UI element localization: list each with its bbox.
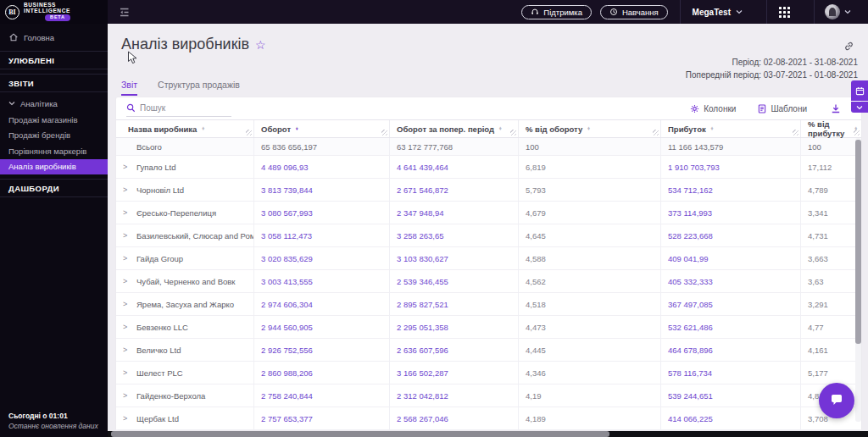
report-tabs: Звіт Структура продажів xyxy=(121,80,240,96)
templates-button[interactable]: Шаблони xyxy=(758,104,807,113)
manufacturer-name: Величко Ltd xyxy=(136,346,181,355)
table-row[interactable]: > Гайденко-Верхола 2 758 240,844 2 312 0… xyxy=(116,384,861,407)
column-resize-handle[interactable] xyxy=(381,130,387,136)
turnover-value: 3 058 112,473 xyxy=(254,224,390,246)
widget-calendar-button[interactable] xyxy=(851,80,868,101)
table-row[interactable]: > Гупало Ltd 4 489 096,93 4 641 439,464 … xyxy=(116,156,861,179)
expand-chevron-icon[interactable]: > xyxy=(123,185,130,194)
column-header[interactable]: Прибуток ▲▼ xyxy=(661,120,801,137)
home-icon xyxy=(8,32,19,42)
table-row[interactable]: > Ярема, Засуха and Жарко 2 974 606,304 … xyxy=(116,293,861,316)
training-button[interactable]: Навчання xyxy=(600,5,668,19)
chat-widget-button[interactable] xyxy=(819,383,854,418)
vertical-scrollbar[interactable] xyxy=(855,138,861,422)
chevron-down-icon xyxy=(856,105,863,110)
tab-sales-structure[interactable]: Структура продажів xyxy=(158,80,240,96)
column-resize-handle[interactable] xyxy=(793,130,798,136)
app-logo[interactable]: BI BUSINESS INTELLIGENCE BETA xyxy=(0,0,108,24)
table-row[interactable]: > Чорновіл Ltd 3 813 739,844 2 671 546,8… xyxy=(116,179,861,202)
pct-turnover-value: 4,346 xyxy=(519,362,661,384)
expand-chevron-icon[interactable]: > xyxy=(123,277,130,285)
expand-chevron-icon[interactable]: > xyxy=(123,231,130,240)
prev-turnover-value: 2 539 346,455 xyxy=(390,270,519,292)
table-row[interactable]: > Бевзенко LLC 2 944 560,905 2 295 051,3… xyxy=(116,316,861,339)
chevron-down-icon xyxy=(736,9,743,14)
sidebar-section-dashboards: ДАШБОРДИ xyxy=(0,179,108,197)
copy-link-icon[interactable] xyxy=(843,41,854,52)
sidebar-item-3[interactable]: Аналіз виробників xyxy=(0,159,108,175)
table-row[interactable]: > Шелест PLC 2 860 988,206 3 166 502,287… xyxy=(116,362,861,384)
manufacturer-name: Ярема, Засуха and Жарко xyxy=(136,300,234,309)
horizontal-scrollbar-thumb[interactable] xyxy=(111,431,609,437)
columns-button[interactable]: Колонки xyxy=(690,104,736,113)
sidebar-section-reports: ЗВІТИ xyxy=(0,74,108,92)
expand-chevron-icon[interactable]: > xyxy=(123,414,130,423)
column-header[interactable]: Оборот ▲▼ xyxy=(254,120,390,137)
sidebar: Головна УЛЮБЛЕНІ ЗВІТИ Аналітика Продажі… xyxy=(0,24,108,437)
sort-icon[interactable]: ▲▼ xyxy=(587,127,590,131)
expand-chevron-icon[interactable]: > xyxy=(123,254,130,263)
download-icon[interactable] xyxy=(831,103,841,113)
account-menu[interactable]: MegaTest xyxy=(681,8,754,17)
table-row[interactable]: > Єресько-Перепелиця 3 080 567,993 2 347… xyxy=(116,202,861,224)
main-content: Аналіз виробників ☆ Період: 02-08-2021 -… xyxy=(108,24,868,437)
horizontal-scrollbar[interactable] xyxy=(108,431,868,437)
widget-collapse-button[interactable] xyxy=(851,102,868,113)
expand-chevron-icon[interactable]: > xyxy=(123,300,130,308)
column-resize-handle[interactable] xyxy=(653,130,659,136)
table-row[interactable]: > Величко Ltd 2 926 752,556 2 636 607,59… xyxy=(116,339,861,362)
pct-turnover-value: 4,189 xyxy=(519,407,661,429)
favorite-star-icon[interactable]: ☆ xyxy=(255,39,266,51)
pct-profit-value: 3,63 xyxy=(801,270,861,292)
expand-chevron-icon[interactable]: > xyxy=(123,208,130,217)
column-header[interactable]: % від обороту ▲▼ xyxy=(519,120,661,137)
period-info: Період: 02-08-2021 - 31-08-2021 Попередн… xyxy=(686,56,858,81)
tab-report[interactable]: Звіт xyxy=(121,80,137,96)
user-menu[interactable] xyxy=(815,4,860,19)
table-row[interactable]: > Базилевський, Слюсар and Романенко 3 0… xyxy=(116,224,861,247)
sort-icon[interactable]: ▲▼ xyxy=(201,127,204,131)
pct-turnover-value: 4,588 xyxy=(519,247,661,269)
turnover-value: 2 926 752,556 xyxy=(254,339,390,361)
sidebar-item-0[interactable]: Продажі магазинів xyxy=(0,112,108,128)
support-button[interactable]: Підтримка xyxy=(521,5,592,19)
column-resize-handle[interactable] xyxy=(246,130,252,136)
apps-grid-icon[interactable] xyxy=(767,7,802,18)
manufacturer-name: Гайденко-Верхола xyxy=(136,391,205,401)
column-resize-handle[interactable] xyxy=(854,130,860,136)
sort-icon[interactable]: ▲▼ xyxy=(295,127,298,131)
table-row[interactable]: > Всього 65 836 656,197 63 172 777,768 1… xyxy=(116,138,861,156)
sort-icon[interactable]: ▲▼ xyxy=(710,127,714,131)
search-input[interactable] xyxy=(140,103,225,113)
profit-value: 464 678,896 xyxy=(661,339,801,361)
manufacturer-name: Гайда Group xyxy=(136,254,183,263)
template-file-icon xyxy=(758,104,766,113)
column-header[interactable]: % від прибутку ▲▼ xyxy=(801,120,861,137)
expand-chevron-icon[interactable]: > xyxy=(123,323,130,331)
column-resize-handle[interactable] xyxy=(510,130,516,136)
sidebar-item-home[interactable]: Головна xyxy=(0,28,108,47)
avatar[interactable] xyxy=(825,4,840,19)
sidebar-collapse-icon[interactable] xyxy=(118,6,131,19)
search-box[interactable] xyxy=(126,100,231,117)
chat-bubble-icon xyxy=(828,392,845,409)
search-icon xyxy=(126,103,136,113)
table-row[interactable]: > Чубай, Черненко and Вовк 3 003 413,555… xyxy=(116,270,861,293)
vertical-scrollbar-thumb[interactable] xyxy=(855,140,861,344)
expand-chevron-icon[interactable]: > xyxy=(123,163,130,171)
profit-value: 578 116,734 xyxy=(661,362,801,384)
expand-chevron-icon[interactable]: > xyxy=(123,391,130,400)
sidebar-group-analytics[interactable]: Аналітика xyxy=(0,95,108,112)
table-row[interactable]: > Гайда Group 3 020 835,629 3 103 830,62… xyxy=(116,247,861,270)
sidebar-item-2[interactable]: Порівняння маркерів xyxy=(0,143,108,159)
sidebar-item-1[interactable]: Продажі брендів xyxy=(0,128,108,144)
expand-chevron-icon[interactable]: > xyxy=(123,368,130,377)
column-header[interactable]: Оборот за попер. період ▲▼ xyxy=(390,120,519,137)
column-header[interactable]: Назва виробника ▲▼ xyxy=(116,120,254,137)
table-row[interactable]: > Щербак Ltd 2 757 653,377 2 568 267,046… xyxy=(116,407,861,430)
sort-icon[interactable]: ▲▼ xyxy=(498,127,502,131)
sidebar-links: Продажі магазинів Продажі брендів Порівн… xyxy=(0,112,108,174)
profit-value: 528 223,668 xyxy=(661,224,801,246)
expand-chevron-icon[interactable]: > xyxy=(123,346,130,354)
table-body: > Всього 65 836 656,197 63 172 777,768 1… xyxy=(116,138,861,430)
